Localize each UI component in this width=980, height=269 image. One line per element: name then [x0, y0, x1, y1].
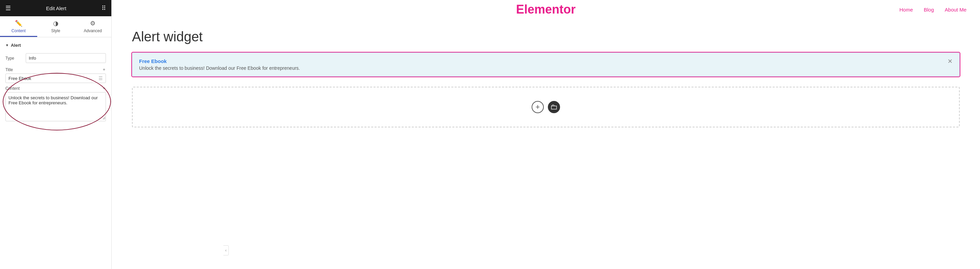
title-label-row: Title ✦: [5, 67, 106, 72]
nav-link-about[interactable]: About Me: [945, 7, 966, 13]
title-input-wrapper: ☰: [5, 74, 106, 83]
elementor-logo: Elementor: [516, 2, 576, 17]
nav-link-blog[interactable]: Blog: [924, 7, 934, 13]
folder-button[interactable]: 🗀: [548, 101, 560, 113]
panel-title: Edit Alert: [46, 5, 66, 11]
grid-icon[interactable]: ⠿: [102, 5, 106, 12]
page-title: Alert widget: [132, 29, 960, 44]
style-tab-label: Style: [51, 29, 60, 33]
canvas-topbar: Elementor Home Blog About Me: [112, 0, 980, 19]
right-canvas: Elementor Home Blog About Me Alert widge…: [112, 0, 980, 269]
panel-content: ▼ Alert Type Info Success Warning Danger…: [0, 37, 111, 269]
advanced-tab-label: Advanced: [84, 29, 102, 33]
tab-style[interactable]: ◑ Style: [37, 16, 75, 37]
tab-advanced[interactable]: ⚙ Advanced: [74, 16, 111, 37]
canvas-main: Alert widget Free Ebook Unlock the secre…: [112, 19, 980, 269]
resize-handle-icon: ⌟: [103, 115, 105, 120]
drop-area: + 🗀: [132, 87, 960, 127]
nav-link-home[interactable]: Home: [899, 7, 913, 13]
type-row: Type Info Success Warning Danger: [5, 53, 106, 63]
section-alert-label: Alert: [11, 43, 21, 48]
hamburger-icon[interactable]: ☰: [5, 5, 11, 12]
advanced-tab-icon: ⚙: [90, 20, 95, 27]
alert-close-button[interactable]: ✕: [948, 58, 953, 64]
content-tab-label: Content: [11, 29, 26, 33]
type-control: Info Success Warning Danger: [26, 53, 106, 63]
title-dynamic-icon[interactable]: ✦: [102, 67, 106, 72]
tabs-bar: ✏️ Content ◑ Style ⚙ Advanced: [0, 16, 111, 37]
alert-content: Free Ebook Unlock the secrets to busines…: [139, 58, 942, 71]
tab-content[interactable]: ✏️ Content: [0, 16, 37, 37]
content-field-row: Content ✦ Unlock the secrets to business…: [5, 86, 106, 121]
title-label: Title: [5, 67, 13, 72]
type-label: Type: [5, 56, 26, 61]
content-tab-icon: ✏️: [15, 20, 22, 27]
alert-message: Unlock the secrets to business! Download…: [139, 66, 942, 71]
title-list-icon[interactable]: ☰: [99, 75, 103, 81]
section-arrow-icon: ▼: [5, 43, 9, 47]
content-label: Content: [5, 86, 20, 91]
left-panel: ☰ Edit Alert ⠿ ✏️ Content ◑ Style ⚙ Adva…: [0, 0, 112, 269]
type-select[interactable]: Info Success Warning Danger: [26, 53, 106, 63]
title-input[interactable]: [8, 76, 99, 81]
canvas-topbar-inner: Elementor Home Blog About Me: [125, 7, 966, 13]
title-field-row: Title ✦ ☰: [5, 67, 106, 83]
content-textarea-wrapper: Unlock the secrets to business! Download…: [5, 92, 106, 121]
alert-title: Free Ebook: [139, 58, 942, 64]
add-element-button[interactable]: +: [531, 101, 544, 113]
section-alert-header[interactable]: ▼ Alert: [5, 43, 106, 48]
nav-links: Home Blog About Me: [899, 7, 966, 13]
content-textarea[interactable]: Unlock the secrets to business! Download…: [6, 93, 106, 120]
style-tab-icon: ◑: [53, 20, 59, 27]
content-dynamic-icon[interactable]: ✦: [102, 86, 106, 91]
top-bar: ☰ Edit Alert ⠿: [0, 0, 111, 16]
panel-toggle-chevron[interactable]: ‹: [223, 245, 229, 255]
alert-widget: Free Ebook Unlock the secrets to busines…: [132, 53, 960, 77]
content-label-row: Content ✦: [5, 86, 106, 91]
